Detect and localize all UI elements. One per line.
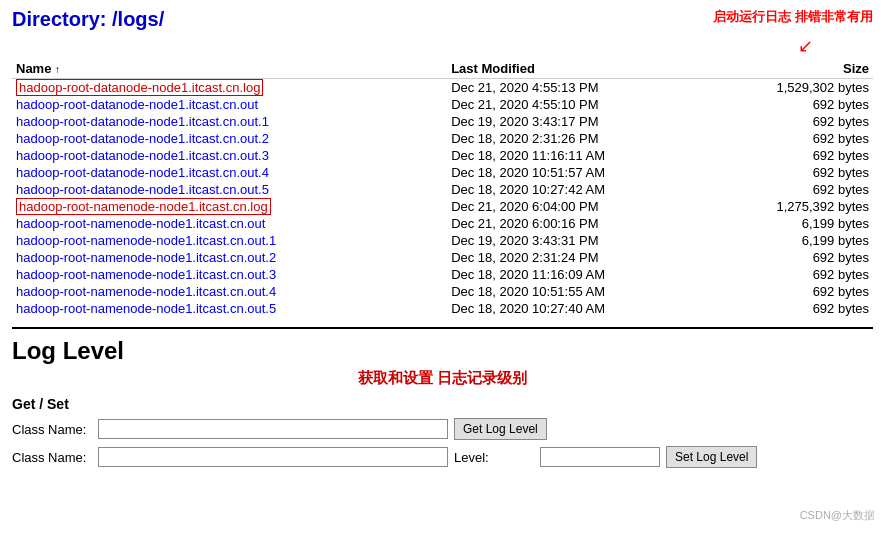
sort-icon: ↑ xyxy=(55,64,60,75)
set-log-level-row: Class Name: Level: Set Log Level xyxy=(12,446,873,468)
file-link[interactable]: hadoop-root-datanode-node1.itcast.cn.out… xyxy=(16,114,269,129)
file-link[interactable]: hadoop-root-namenode-node1.itcast.cn.out… xyxy=(16,250,276,265)
section-divider xyxy=(12,327,873,329)
table-row: hadoop-root-namenode-node1.itcast.cn.out… xyxy=(12,232,873,249)
file-name-cell: hadoop-root-datanode-node1.itcast.cn.log xyxy=(12,79,447,97)
last-modified-column-header: Last Modified xyxy=(447,59,710,79)
get-log-level-row: Class Name: Get Log Level xyxy=(12,418,873,440)
watermark: CSDN@大数据 xyxy=(800,508,875,523)
table-row: hadoop-root-namenode-node1.itcast.cn.out… xyxy=(12,266,873,283)
class-name-input-1[interactable] xyxy=(98,419,448,439)
file-date-cell: Dec 21, 2020 4:55:13 PM xyxy=(447,79,710,97)
file-name-cell: hadoop-root-datanode-node1.itcast.cn.out xyxy=(12,96,447,113)
file-size-cell: 692 bytes xyxy=(710,164,873,181)
file-date-cell: Dec 18, 2020 10:27:40 AM xyxy=(447,300,710,317)
class-name-label-2: Class Name: xyxy=(12,450,92,465)
log-level-subtitle: 获取和设置 日志记录级别 xyxy=(12,369,873,388)
file-link[interactable]: hadoop-root-namenode-node1.itcast.cn.out… xyxy=(16,284,276,299)
file-link[interactable]: hadoop-root-datanode-node1.itcast.cn.out xyxy=(16,97,258,112)
file-date-cell: Dec 18, 2020 10:51:57 AM xyxy=(447,164,710,181)
table-row: hadoop-root-namenode-node1.itcast.cn.log… xyxy=(12,198,873,215)
file-name-cell: hadoop-root-namenode-node1.itcast.cn.out… xyxy=(12,283,447,300)
name-column-header[interactable]: Name ↑ xyxy=(12,59,447,79)
file-name-cell: hadoop-root-namenode-node1.itcast.cn.out… xyxy=(12,249,447,266)
table-row: hadoop-root-datanode-node1.itcast.cn.out… xyxy=(12,147,873,164)
file-size-cell: 692 bytes xyxy=(710,113,873,130)
file-size-cell: 692 bytes xyxy=(710,300,873,317)
table-row: hadoop-root-datanode-node1.itcast.cn.out… xyxy=(12,113,873,130)
table-row: hadoop-root-namenode-node1.itcast.cn.out… xyxy=(12,300,873,317)
log-level-title: Log Level xyxy=(12,337,873,365)
file-link[interactable]: hadoop-root-namenode-node1.itcast.cn.out… xyxy=(16,233,276,248)
file-link[interactable]: hadoop-root-datanode-node1.itcast.cn.out… xyxy=(16,182,269,197)
file-date-cell: Dec 18, 2020 2:31:24 PM xyxy=(447,249,710,266)
set-log-level-button[interactable]: Set Log Level xyxy=(666,446,757,468)
annotation-text: 启动运行日志 排错非常有用 xyxy=(713,8,873,26)
table-row: hadoop-root-datanode-node1.itcast.cn.out… xyxy=(12,130,873,147)
file-name-cell: hadoop-root-datanode-node1.itcast.cn.out… xyxy=(12,147,447,164)
file-link[interactable]: hadoop-root-datanode-node1.itcast.cn.out… xyxy=(16,148,269,163)
table-row: hadoop-root-datanode-node1.itcast.cn.log… xyxy=(12,79,873,97)
file-name-cell: hadoop-root-namenode-node1.itcast.cn.out… xyxy=(12,266,447,283)
file-date-cell: Dec 18, 2020 10:27:42 AM xyxy=(447,181,710,198)
file-link[interactable]: hadoop-root-datanode-node1.itcast.cn.log xyxy=(16,79,263,96)
table-row: hadoop-root-datanode-node1.itcast.cn.out… xyxy=(12,164,873,181)
file-name-cell: hadoop-root-namenode-node1.itcast.cn.out… xyxy=(12,300,447,317)
file-size-cell: 6,199 bytes xyxy=(710,232,873,249)
file-name-cell: hadoop-root-namenode-node1.itcast.cn.out xyxy=(12,215,447,232)
file-link[interactable]: hadoop-root-namenode-node1.itcast.cn.out xyxy=(16,216,265,231)
log-level-section: Log Level 获取和设置 日志记录级别 Get / Set Class N… xyxy=(12,337,873,468)
table-row: hadoop-root-datanode-node1.itcast.cn.out… xyxy=(12,181,873,198)
file-size-cell: 692 bytes xyxy=(710,266,873,283)
file-size-cell: 6,199 bytes xyxy=(710,215,873,232)
class-name-input-2[interactable] xyxy=(98,447,448,467)
directory-title: Directory: /logs/ xyxy=(12,8,164,31)
size-column-header: Size xyxy=(710,59,873,79)
table-row: hadoop-root-namenode-node1.itcast.cn.out… xyxy=(12,283,873,300)
file-date-cell: Dec 19, 2020 3:43:17 PM xyxy=(447,113,710,130)
file-size-cell: 1,275,392 bytes xyxy=(710,198,873,215)
table-row: hadoop-root-datanode-node1.itcast.cn.out… xyxy=(12,96,873,113)
file-link[interactable]: hadoop-root-datanode-node1.itcast.cn.out… xyxy=(16,165,269,180)
file-date-cell: Dec 21, 2020 6:04:00 PM xyxy=(447,198,710,215)
table-row: hadoop-root-namenode-node1.itcast.cn.out… xyxy=(12,215,873,232)
file-size-cell: 692 bytes xyxy=(710,96,873,113)
file-name-cell: hadoop-root-datanode-node1.itcast.cn.out… xyxy=(12,164,447,181)
file-date-cell: Dec 18, 2020 11:16:11 AM xyxy=(447,147,710,164)
level-input[interactable] xyxy=(540,447,660,467)
file-date-cell: Dec 19, 2020 3:43:31 PM xyxy=(447,232,710,249)
file-size-cell: 692 bytes xyxy=(710,130,873,147)
file-date-cell: Dec 21, 2020 4:55:10 PM xyxy=(447,96,710,113)
file-name-cell: hadoop-root-datanode-node1.itcast.cn.out… xyxy=(12,130,447,147)
file-link[interactable]: hadoop-root-namenode-node1.itcast.cn.log xyxy=(16,198,271,215)
file-date-cell: Dec 21, 2020 6:00:16 PM xyxy=(447,215,710,232)
get-log-level-button[interactable]: Get Log Level xyxy=(454,418,547,440)
file-size-cell: 692 bytes xyxy=(710,283,873,300)
file-date-cell: Dec 18, 2020 10:51:55 AM xyxy=(447,283,710,300)
file-link[interactable]: hadoop-root-namenode-node1.itcast.cn.out… xyxy=(16,267,276,282)
file-link[interactable]: hadoop-root-datanode-node1.itcast.cn.out… xyxy=(16,131,269,146)
file-size-cell: 692 bytes xyxy=(710,249,873,266)
file-name-cell: hadoop-root-namenode-node1.itcast.cn.out… xyxy=(12,232,447,249)
file-name-cell: hadoop-root-namenode-node1.itcast.cn.log xyxy=(12,198,447,215)
get-set-title: Get / Set xyxy=(12,396,873,412)
file-link[interactable]: hadoop-root-namenode-node1.itcast.cn.out… xyxy=(16,301,276,316)
class-name-label-1: Class Name: xyxy=(12,422,92,437)
file-size-cell: 1,529,302 bytes xyxy=(710,79,873,97)
file-table: Name ↑ Last Modified Size hadoop-root-da… xyxy=(12,59,873,317)
file-name-cell: hadoop-root-datanode-node1.itcast.cn.out… xyxy=(12,181,447,198)
level-label: Level: xyxy=(454,450,534,465)
file-date-cell: Dec 18, 2020 2:31:26 PM xyxy=(447,130,710,147)
table-row: hadoop-root-namenode-node1.itcast.cn.out… xyxy=(12,249,873,266)
file-size-cell: 692 bytes xyxy=(710,147,873,164)
file-date-cell: Dec 18, 2020 11:16:09 AM xyxy=(447,266,710,283)
file-name-cell: hadoop-root-datanode-node1.itcast.cn.out… xyxy=(12,113,447,130)
file-size-cell: 692 bytes xyxy=(710,181,873,198)
annotation-arrow: ↙ xyxy=(12,35,873,57)
